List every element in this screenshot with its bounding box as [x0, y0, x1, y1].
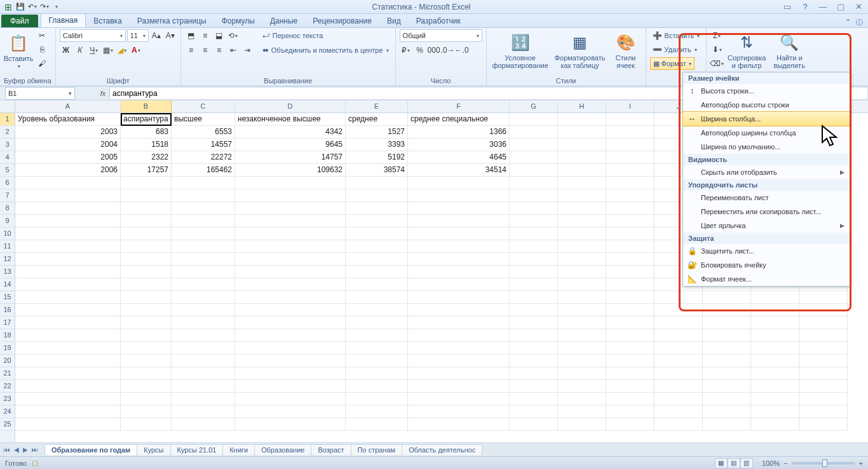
cell[interactable] — [172, 253, 235, 266]
cell[interactable] — [558, 355, 606, 367]
cell[interactable] — [654, 355, 703, 367]
cell[interactable] — [408, 202, 510, 215]
cell[interactable]: 2004 — [15, 139, 121, 151]
menu-column-width[interactable]: ↔Ширина столбца... — [683, 112, 850, 126]
row-header[interactable]: 16 — [0, 304, 15, 316]
fill-color-icon[interactable]: ◢▾ — [116, 44, 128, 57]
cell[interactable] — [606, 113, 654, 126]
cell[interactable] — [408, 266, 510, 278]
cell[interactable] — [703, 418, 751, 431]
cell[interactable] — [799, 329, 848, 342]
cell[interactable] — [121, 393, 172, 405]
paste-button[interactable]: 📋 Вставить ▾ — [4, 29, 33, 72]
file-tab[interactable]: Файл — [1, 15, 38, 27]
cell[interactable] — [15, 228, 121, 240]
cell[interactable] — [121, 329, 172, 342]
cell[interactable]: 1518 — [121, 139, 172, 151]
cell[interactable] — [606, 240, 654, 253]
cell[interactable] — [703, 405, 751, 418]
cell[interactable]: 2003 — [15, 126, 121, 139]
cell[interactable] — [606, 291, 654, 304]
underline-icon[interactable]: Ч▾ — [88, 44, 100, 57]
cell[interactable] — [172, 304, 235, 316]
sheet-tab[interactable]: По странам — [351, 444, 403, 455]
cell[interactable] — [235, 367, 346, 380]
sheet-tab[interactable]: Курсы 21.01 — [170, 444, 224, 455]
wrap-text-button[interactable]: ⮐Перенос текста — [260, 29, 391, 42]
normal-view-icon[interactable]: ▦ — [715, 458, 728, 468]
cell[interactable]: 38574 — [346, 164, 408, 177]
cell[interactable] — [408, 304, 510, 316]
cell[interactable] — [751, 304, 799, 316]
qat-customize-icon[interactable]: ▾ — [51, 1, 62, 13]
cell[interactable] — [121, 278, 172, 291]
cell[interactable] — [606, 278, 654, 291]
cell[interactable] — [654, 367, 703, 380]
cell[interactable] — [346, 355, 408, 367]
cell[interactable]: 5192 — [346, 151, 408, 164]
cell[interactable] — [606, 253, 654, 266]
row-header[interactable]: 6 — [0, 177, 15, 189]
cell[interactable] — [121, 189, 172, 202]
cell[interactable] — [15, 266, 121, 278]
sort-filter-button[interactable]: ⇅Сортировка и фильтр — [726, 29, 768, 72]
cell[interactable] — [346, 215, 408, 228]
cell[interactable] — [558, 393, 606, 405]
cell[interactable] — [235, 418, 346, 431]
cell[interactable] — [172, 240, 235, 253]
align-center-icon[interactable]: ≡ — [199, 44, 212, 57]
cell[interactable]: среднее специальное — [408, 113, 510, 126]
cell[interactable] — [510, 304, 558, 316]
select-all-corner[interactable] — [0, 100, 15, 113]
cell[interactable] — [346, 291, 408, 304]
cell[interactable] — [703, 342, 751, 355]
cell[interactable] — [235, 253, 346, 266]
cell[interactable] — [703, 304, 751, 316]
cell[interactable] — [346, 405, 408, 418]
column-header[interactable]: E — [346, 100, 408, 112]
cell[interactable] — [558, 139, 606, 151]
cell[interactable] — [15, 253, 121, 266]
cell[interactable] — [172, 316, 235, 329]
cell[interactable] — [346, 278, 408, 291]
cut-icon[interactable]: ✂ — [36, 29, 48, 42]
cell[interactable] — [799, 418, 848, 431]
cell[interactable] — [121, 215, 172, 228]
cell[interactable] — [510, 266, 558, 278]
row-header[interactable]: 10 — [0, 228, 15, 240]
column-header[interactable]: D — [235, 100, 346, 112]
cell[interactable] — [408, 278, 510, 291]
cell[interactable] — [121, 253, 172, 266]
cell[interactable] — [558, 291, 606, 304]
row-header[interactable]: 5 — [0, 164, 15, 177]
cell[interactable] — [703, 355, 751, 367]
cell[interactable] — [235, 278, 346, 291]
cell[interactable]: 2006 — [15, 164, 121, 177]
tab-review[interactable]: Рецензирование — [305, 15, 379, 27]
help-icon[interactable]: ? — [798, 2, 812, 12]
cell[interactable] — [408, 418, 510, 431]
cell[interactable] — [346, 189, 408, 202]
cell[interactable] — [510, 202, 558, 215]
cell[interactable] — [751, 367, 799, 380]
row-header[interactable]: 1 — [0, 113, 15, 126]
bold-icon[interactable]: Ж — [60, 44, 72, 57]
menu-protect-sheet[interactable]: 🔒Защитить лист... — [683, 244, 850, 258]
cell[interactable] — [235, 304, 346, 316]
cell[interactable] — [346, 240, 408, 253]
cell[interactable] — [558, 189, 606, 202]
cell[interactable] — [703, 316, 751, 329]
row-header[interactable]: 22 — [0, 380, 15, 393]
sheet-nav-next-icon[interactable]: ▶ — [22, 446, 29, 453]
cell[interactable] — [606, 164, 654, 177]
increase-decimal-icon[interactable]: .0→ — [442, 44, 454, 57]
cell[interactable]: 4342 — [235, 126, 346, 139]
fill-icon[interactable]: ⬇▾ — [710, 43, 723, 56]
cell[interactable] — [121, 405, 172, 418]
cell[interactable] — [15, 177, 121, 189]
cell[interactable] — [408, 189, 510, 202]
sheet-tab[interactable]: Область деятельнос — [402, 444, 482, 455]
page-break-view-icon[interactable]: ▥ — [740, 458, 753, 468]
cell[interactable]: 4645 — [408, 151, 510, 164]
cell[interactable] — [510, 418, 558, 431]
